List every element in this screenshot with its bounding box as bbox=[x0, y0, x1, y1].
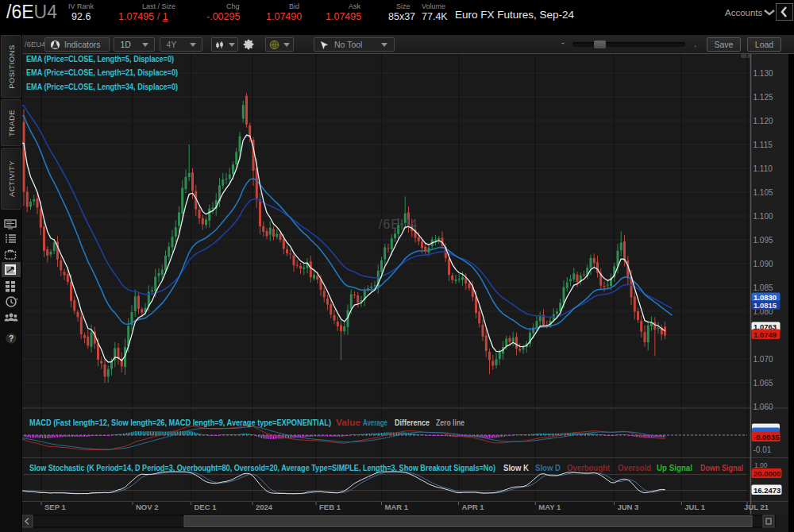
svg-text:1.085: 1.085 bbox=[754, 283, 773, 292]
svg-text:1.130: 1.130 bbox=[754, 69, 773, 78]
svg-text:Value: Value bbox=[336, 418, 361, 427]
svg-text:Up Signal: Up Signal bbox=[657, 464, 692, 472]
svg-text:SEP 1: SEP 1 bbox=[44, 503, 66, 511]
svg-text:16.2473: 16.2473 bbox=[754, 486, 781, 495]
svg-text:-0.0035: -0.0035 bbox=[754, 433, 780, 441]
svg-text:1.070: 1.070 bbox=[754, 355, 773, 364]
svg-text:Slow Stochastic (K Period=14,: Slow Stochastic (K Period=14, D Period=3… bbox=[29, 464, 495, 472]
svg-text:1.095: 1.095 bbox=[754, 236, 773, 245]
svg-text:2024: 2024 bbox=[256, 503, 273, 511]
svg-text:NOV 2: NOV 2 bbox=[136, 503, 159, 511]
svg-text:MAR 1: MAR 1 bbox=[385, 503, 409, 511]
svg-text:MAY 1: MAY 1 bbox=[538, 503, 561, 511]
svg-text:1.0815: 1.0815 bbox=[754, 301, 777, 310]
svg-text:EMA (Price=CLOSE, Length=5, Di: EMA (Price=CLOSE, Length=5, Displace=0) bbox=[26, 55, 174, 64]
svg-text:1.0749: 1.0749 bbox=[754, 330, 777, 339]
svg-text:1.060: 1.060 bbox=[754, 403, 773, 411]
svg-text:1.100: 1.100 bbox=[754, 212, 773, 221]
svg-text:?: ? bbox=[9, 334, 13, 343]
svg-text:1.090: 1.090 bbox=[754, 260, 773, 268]
svg-text:1.120: 1.120 bbox=[754, 117, 773, 125]
svg-text:Slow D: Slow D bbox=[535, 464, 561, 472]
svg-text:1.110: 1.110 bbox=[754, 164, 773, 173]
svg-text:1.125: 1.125 bbox=[754, 93, 773, 102]
svg-text:EMA (Price=CLOSE, Length=34, D: EMA (Price=CLOSE, Length=34, Displace=0) bbox=[26, 83, 178, 91]
svg-text:1.00: 1.00 bbox=[754, 461, 768, 469]
svg-text:Down Signal: Down Signal bbox=[700, 464, 743, 472]
svg-text:APR 1: APR 1 bbox=[462, 503, 485, 511]
svg-text:DEC 1: DEC 1 bbox=[195, 503, 218, 511]
svg-text:JUL 1: JUL 1 bbox=[684, 503, 705, 511]
svg-text:/6EU4: /6EU4 bbox=[379, 218, 418, 231]
svg-text:Slow K: Slow K bbox=[503, 464, 530, 472]
svg-text:Zero line: Zero line bbox=[436, 418, 464, 427]
svg-text:EMA (Price=CLOSE, Length=21, D: EMA (Price=CLOSE, Length=21, Displace=0) bbox=[26, 68, 178, 77]
svg-text:20.0000: 20.0000 bbox=[754, 469, 781, 478]
svg-text:Overbought: Overbought bbox=[567, 464, 611, 472]
svg-text:FEB 1: FEB 1 bbox=[319, 503, 341, 511]
svg-text:Average: Average bbox=[363, 418, 387, 427]
svg-text:JUL 21: JUL 21 bbox=[744, 503, 769, 511]
svg-text:Difference: Difference bbox=[395, 418, 430, 427]
svg-text:Oversold: Oversold bbox=[618, 464, 651, 472]
svg-text:1.065: 1.065 bbox=[754, 379, 773, 387]
svg-text:1.105: 1.105 bbox=[754, 188, 773, 197]
svg-text:MACD (Fast length=12, Slow len: MACD (Fast length=12, Slow length=26, MA… bbox=[29, 418, 331, 427]
svg-text:1.115: 1.115 bbox=[754, 141, 773, 149]
svg-text:JUN 3: JUN 3 bbox=[617, 503, 638, 511]
svg-text:-0.01: -0.01 bbox=[754, 445, 772, 454]
